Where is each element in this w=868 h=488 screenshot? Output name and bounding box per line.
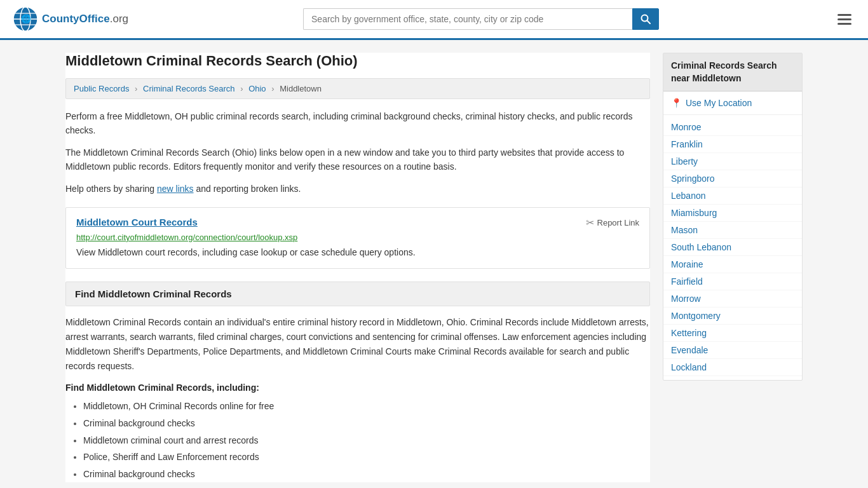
- use-my-location[interactable]: 📍 Use My Location: [663, 92, 802, 115]
- list-item: Police, Sheriff and Law Enforcement reco…: [83, 449, 650, 466]
- svg-text:🌐: 🌐: [21, 13, 32, 24]
- breadcrumb-link-ohio[interactable]: Ohio: [248, 84, 266, 93]
- report-icon: ✂: [586, 217, 594, 229]
- search-icon: [641, 14, 651, 24]
- record-card-link[interactable]: Middletown Court Records: [76, 217, 198, 227]
- new-links-link[interactable]: new links: [157, 184, 194, 194]
- report-link-label: Report Link: [597, 218, 639, 227]
- location-icon: 📍: [671, 98, 682, 108]
- sidebar-link-fairfield[interactable]: Fairfield: [671, 276, 703, 287]
- search-form: [303, 8, 659, 30]
- sidebar-link-moraine[interactable]: Moraine: [671, 259, 703, 269]
- sidebar-link-franklin[interactable]: Franklin: [671, 139, 703, 149]
- list-item: Middletown, OH Criminal Records online f…: [83, 398, 650, 415]
- logo-area: 🌐 CountyOffice.org: [13, 6, 128, 32]
- main-content: Middletown Criminal Records Search (Ohio…: [65, 53, 650, 482]
- svg-line-8: [648, 21, 651, 24]
- find-section-body: Middletown Criminal Records contain an i…: [65, 315, 650, 374]
- use-location-link[interactable]: Use My Location: [686, 98, 752, 108]
- sidebar-item-liberty: Liberty: [663, 153, 802, 170]
- menu-bar-2: [837, 18, 851, 20]
- menu-bar-1: [837, 14, 851, 16]
- report-link-button[interactable]: ✂ Report Link: [586, 217, 639, 229]
- sidebar-item-lockland: Lockland: [663, 359, 802, 376]
- record-card-title: Middletown Court Records: [76, 217, 198, 227]
- sidebar-link-morrow[interactable]: Morrow: [671, 294, 701, 304]
- logo-icon: 🌐: [13, 6, 38, 32]
- logo-text: CountyOffice.org: [42, 13, 128, 25]
- sidebar-link-montgomery[interactable]: Montgomery: [671, 311, 721, 321]
- breadcrumb-link-criminal-records[interactable]: Criminal Records Search: [143, 84, 235, 93]
- page-title: Middletown Criminal Records Search (Ohio…: [65, 53, 650, 69]
- menu-bar-3: [837, 23, 851, 25]
- sidebar-links: Monroe Franklin Liberty Springboro Leban…: [663, 115, 802, 380]
- intro-paragraph-1: Perform a free Middletown, OH public cri…: [65, 109, 650, 138]
- sidebar: Criminal Records Search near Middletown …: [663, 53, 803, 482]
- sidebar-item-kettering: Kettering: [663, 325, 802, 342]
- main-container: Middletown Criminal Records Search (Ohio…: [53, 40, 815, 488]
- list-item: Criminal background checks: [83, 415, 650, 432]
- intro-paragraph-2: The Middletown Criminal Records Search (…: [65, 146, 650, 174]
- sidebar-item-south-lebanon: South Lebanon: [663, 239, 802, 256]
- record-card-header: Middletown Court Records ✂ Report Link: [76, 217, 639, 229]
- search-input[interactable]: [303, 8, 632, 30]
- sidebar-item-franklin: Franklin: [663, 136, 802, 153]
- find-section-list: Middletown, OH Criminal Records online f…: [65, 398, 650, 482]
- list-item: Criminal background checks: [83, 466, 650, 483]
- breadcrumb-sep-1: ›: [135, 84, 137, 93]
- sidebar-item-moraine: Moraine: [663, 256, 802, 273]
- sidebar-item-springboro: Springboro: [663, 170, 802, 187]
- intro-paragraph-3: Help others by sharing new links and rep…: [65, 182, 650, 196]
- sidebar-link-lebanon[interactable]: Lebanon: [671, 191, 706, 201]
- sidebar-link-monroe[interactable]: Monroe: [671, 122, 701, 132]
- sidebar-item-miamisburg: Miamisburg: [663, 205, 802, 222]
- sidebar-item-fairfield: Fairfield: [663, 273, 802, 290]
- sidebar-link-south-lebanon[interactable]: South Lebanon: [671, 242, 731, 252]
- sidebar-item-monroe: Monroe: [663, 119, 802, 136]
- record-url[interactable]: http://court.cityofmiddletown.org/connec…: [76, 233, 639, 242]
- breadcrumb: Public Records › Criminal Records Search…: [65, 78, 650, 99]
- sidebar-title: Criminal Records Search near Middletown: [663, 53, 802, 92]
- sidebar-item-morrow: Morrow: [663, 290, 802, 308]
- sidebar-link-mason[interactable]: Mason: [671, 225, 698, 235]
- record-card: Middletown Court Records ✂ Report Link h…: [65, 207, 650, 269]
- sidebar-box: Criminal Records Search near Middletown …: [663, 53, 803, 381]
- sidebar-item-evendale: Evendale: [663, 342, 802, 359]
- sidebar-link-evendale[interactable]: Evendale: [671, 345, 708, 355]
- list-item: Middletown criminal court and arrest rec…: [83, 432, 650, 449]
- sidebar-item-montgomery: Montgomery: [663, 308, 802, 325]
- breadcrumb-sep-2: ›: [240, 84, 243, 93]
- menu-button[interactable]: [834, 10, 855, 29]
- sidebar-item-lebanon: Lebanon: [663, 187, 802, 205]
- sidebar-link-springboro[interactable]: Springboro: [671, 173, 715, 184]
- breadcrumb-current: Middletown: [280, 84, 322, 93]
- sidebar-item-mason: Mason: [663, 222, 802, 239]
- record-description: View Middletown court records, including…: [76, 246, 639, 259]
- site-header: 🌐 CountyOffice.org: [0, 0, 868, 40]
- find-section-subheading: Find Middletown Criminal Records, includ…: [65, 383, 650, 393]
- breadcrumb-sep-3: ›: [271, 84, 274, 93]
- sidebar-link-kettering[interactable]: Kettering: [671, 328, 707, 338]
- find-section-heading: Find Middletown Criminal Records: [65, 281, 650, 306]
- sidebar-link-lockland[interactable]: Lockland: [671, 362, 707, 372]
- sidebar-link-miamisburg[interactable]: Miamisburg: [671, 208, 717, 218]
- sidebar-link-liberty[interactable]: Liberty: [671, 156, 698, 166]
- breadcrumb-link-public-records[interactable]: Public Records: [74, 84, 129, 93]
- search-button[interactable]: [632, 8, 659, 30]
